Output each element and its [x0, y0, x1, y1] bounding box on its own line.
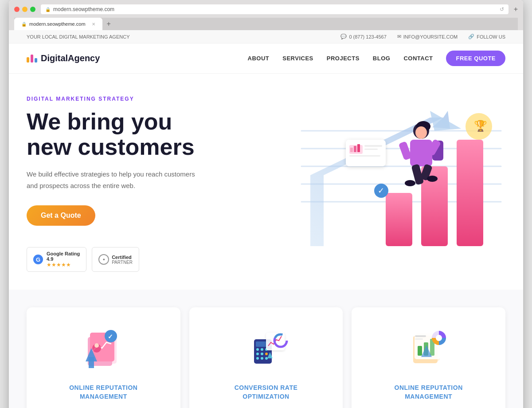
google-rating-number: 4.9: [47, 256, 80, 262]
svg-point-12: [415, 126, 427, 139]
service-card-1: ✓ ONLINE REPUTATION MANAGEMENT Analyzing…: [27, 307, 180, 408]
main-nav: ABOUT SERVICES PROJECTS BLOG CONTACT FRE…: [248, 51, 505, 66]
svg-rect-19: [399, 141, 412, 161]
service-desc-1: Analyzing negative materials about your …: [39, 407, 168, 408]
svg-point-48: [261, 353, 263, 355]
phone-number: 0 (877) 123-4567: [349, 34, 386, 39]
svg-rect-9: [457, 140, 483, 246]
svg-rect-23: [364, 145, 382, 147]
address-bar[interactable]: 🔒 modern.seowptheme.com ↺: [41, 4, 509, 14]
service-title-1: ONLINE REPUTATION MANAGEMENT: [39, 384, 168, 401]
svg-rect-37: [89, 357, 94, 368]
certified-text: Certified PARTNER: [112, 255, 133, 265]
services-section: ✓ ONLINE REPUTATION MANAGEMENT Analyzing…: [9, 290, 523, 408]
svg-rect-24: [364, 149, 378, 150]
svg-point-41: [94, 343, 99, 348]
nav-about[interactable]: ABOUT: [248, 55, 270, 62]
svg-point-49: [265, 353, 268, 355]
active-tab[interactable]: 🔒 modern.seowptheme.com ✕: [14, 18, 102, 30]
service-icon-3: [364, 322, 493, 375]
site-content: YOUR LOCAL DIGITAL MARKETING AGENCY 💬 0 …: [9, 30, 523, 408]
svg-rect-60: [418, 346, 422, 356]
hero-svg: 🏆 ✓: [275, 104, 505, 264]
service-icon-1: ✓: [39, 322, 168, 375]
svg-rect-66: [415, 335, 426, 337]
svg-point-65: [436, 335, 442, 341]
reputation-icon-1: ✓: [79, 324, 128, 373]
certified-icon: ✦: [98, 254, 109, 265]
new-tab-icon[interactable]: +: [514, 5, 518, 13]
nav-blog[interactable]: BLOG: [373, 55, 391, 62]
trust-badges: G Google Rating 4.9 ★★★★★ ✦ Certified PA…: [27, 247, 195, 272]
get-quote-button[interactable]: Get a Quote: [27, 205, 95, 226]
topbar-agency-label: YOUR LOCAL DIGITAL MARKETING AGENCY: [27, 34, 129, 39]
service-card-2: CONVERSION RATE OPTIMIZATION Turn your v…: [189, 307, 343, 408]
service-title-2: CONVERSION RATE OPTIMIZATION: [202, 384, 331, 401]
hero-title-line2: new customers: [27, 134, 195, 160]
hero-title: We bring you new customers: [27, 109, 195, 160]
hero-illustration: 🏆 ✓: [275, 104, 505, 264]
google-g-icon: G: [33, 255, 43, 264]
new-tab-button[interactable]: +: [102, 18, 115, 30]
topbar: YOUR LOCAL DIGITAL MARKETING AGENCY 💬 0 …: [9, 30, 523, 43]
svg-point-50: [256, 357, 259, 360]
certified-sub: PARTNER: [112, 260, 133, 265]
topbar-email[interactable]: ✉ INFO@YOURSITE.COM: [397, 34, 458, 39]
svg-point-17: [405, 180, 415, 186]
svg-rect-26: [350, 148, 353, 152]
svg-rect-27: [354, 146, 356, 152]
topbar-follow[interactable]: 🔗 FOLLOW US: [468, 34, 505, 39]
logo-text: DigitalAgency: [41, 53, 100, 63]
maximize-button[interactable]: [30, 7, 35, 12]
svg-text:✓: ✓: [108, 333, 113, 340]
hero-subtitle: DIGITAL MARKETING STRATEGY: [27, 96, 195, 102]
logo-bar-pink: [31, 55, 33, 63]
svg-point-18: [427, 176, 438, 182]
share-icon: 🔗: [468, 34, 474, 39]
chat-icon: 💬: [340, 34, 347, 39]
traffic-lights: [14, 7, 35, 12]
nav-projects[interactable]: PROJECTS: [327, 55, 360, 62]
svg-point-44: [256, 348, 259, 351]
google-stars: ★★★★★: [47, 262, 80, 268]
reputation-icon-2: [404, 324, 453, 373]
certified-badge: ✦ Certified PARTNER: [92, 247, 139, 272]
mail-icon: ✉: [397, 34, 401, 39]
svg-marker-6: [430, 111, 461, 131]
hero-section: DIGITAL MARKETING STRATEGY We bring you …: [9, 74, 523, 290]
svg-rect-7: [386, 193, 412, 246]
service-card-3: ONLINE REPUTATION MANAGEMENT Analyzing n…: [352, 307, 505, 408]
hero-content: DIGITAL MARKETING STRATEGY We bring you …: [27, 96, 195, 272]
service-icon-2: [202, 322, 331, 375]
free-quote-button[interactable]: FREE QUOTE: [446, 51, 505, 66]
certified-main: Certified: [112, 255, 133, 260]
svg-text:🏆: 🏆: [474, 119, 487, 132]
hero-title-line1: We bring you: [27, 109, 172, 134]
svg-text:✓: ✓: [378, 186, 384, 195]
google-rating-label: Google Rating: [47, 251, 80, 256]
logo-bar-orange: [27, 57, 29, 63]
nav-contact[interactable]: CONTACT: [403, 55, 433, 62]
browser-chrome: 🔒 modern.seowptheme.com ↺ + 🔒 modern.seo…: [9, 0, 523, 30]
conversion-icon: [242, 324, 290, 373]
svg-rect-25: [349, 155, 380, 157]
svg-point-45: [261, 348, 263, 351]
tab-favicon: 🔒: [21, 22, 27, 27]
hero-description: We build effective strategies to help yo…: [27, 169, 195, 191]
tab-close-icon[interactable]: ✕: [92, 22, 95, 27]
service-desc-2: Turn your visitors into customers with o…: [202, 407, 331, 408]
minimize-button[interactable]: [22, 7, 27, 12]
follow-us-label: FOLLOW US: [477, 34, 505, 39]
google-rating-info: Google Rating 4.9 ★★★★★: [47, 251, 80, 268]
nav-services[interactable]: SERVICES: [282, 55, 313, 62]
logo[interactable]: DigitalAgency: [27, 53, 100, 63]
svg-rect-28: [357, 144, 360, 152]
close-button[interactable]: [14, 7, 20, 12]
topbar-phone[interactable]: 💬 0 (877) 123-4567: [340, 34, 386, 39]
url-text: modern.seowptheme.com: [53, 6, 114, 12]
browser-window: 🔒 modern.seowptheme.com ↺ + 🔒 modern.seo…: [9, 0, 523, 408]
topbar-right: 💬 0 (877) 123-4567 ✉ INFO@YOURSITE.COM 🔗…: [340, 34, 505, 39]
tab-label: modern.seowptheme.com: [29, 21, 86, 27]
svg-rect-67: [415, 338, 423, 340]
refresh-icon[interactable]: ↺: [500, 6, 504, 12]
